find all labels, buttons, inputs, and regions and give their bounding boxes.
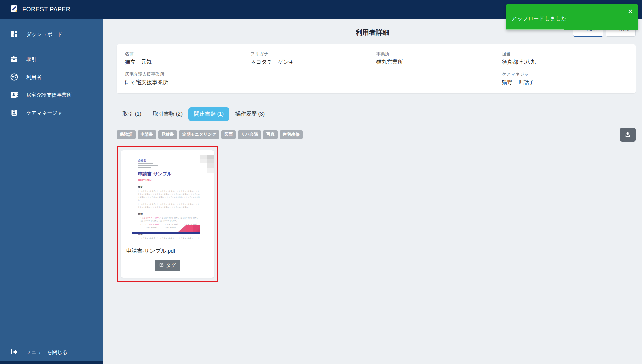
user-details-card: 名前 猫立 元気 フリガナ ネコタチ ゲンキ 事業所 猫丸営業所 担当 須真都 …: [117, 44, 636, 93]
field-value: にゃ宅支援事業所: [125, 79, 251, 86]
tag-badge[interactable]: 住宅改修: [280, 130, 303, 139]
thumbnail-footer-bar: [132, 232, 200, 234]
field-label: フリガナ: [251, 51, 376, 57]
sidebar-item-label: 取引: [26, 56, 36, 63]
field-staff: 担当 須真都 七八九: [502, 51, 628, 66]
thumbnail-doc-date: 20XX年X月X日: [138, 179, 200, 182]
sidebar-divider: [0, 47, 103, 47]
sidebar-item-label: 居宅介護支援事業所: [26, 92, 72, 99]
field-value: ネコタチ ゲンキ: [251, 59, 376, 66]
field-label: 居宅介護支援事業所: [125, 71, 251, 77]
documents-grid: 会社名 申請書-サンプル 20XX年X月X日 概要 ここにテキストを挿入。ここに…: [117, 146, 636, 282]
list-number: 2.: [140, 223, 142, 225]
field-value: 須真都 七八九: [502, 59, 628, 66]
tab-transaction-documents[interactable]: 取引書類 (2): [147, 107, 188, 121]
app-logo: FOREST PAPER: [10, 5, 71, 15]
list-lead-text: ここにテキストを挿入：: [142, 217, 161, 219]
sidebar-bottom-strip: [0, 361, 103, 364]
sidebar-item-label: ケアマネージャ: [26, 110, 62, 116]
tag-badge[interactable]: 保険証: [117, 130, 136, 139]
thumbnail-address-line: [138, 167, 151, 168]
toast-close-icon[interactable]: ✕: [627, 8, 633, 16]
thumbnail-section-heading: 概要: [138, 185, 200, 189]
tag-badge[interactable]: リハ会議: [238, 130, 261, 139]
thumbnail-paragraph: ここにテキストを挿入。ここにテキストを挿入。ここにテキストを挿入。ここにテキスト…: [138, 237, 200, 241]
sidebar-item-label: 利用者: [26, 74, 41, 81]
toast-progress-bar: [506, 29, 564, 30]
upload-success-toast: アップロードしました ✕: [506, 4, 638, 30]
field-value: 猫立 元気: [125, 59, 251, 66]
main-content: 利用者詳細 編集 削除: [103, 19, 642, 364]
thumbnail-section-heading: 目標: [138, 212, 200, 216]
field-kana: フリガナ ネコタチ ゲンキ: [251, 51, 376, 66]
sidebar-item-home-care-office[interactable]: 居宅介護支援事業所: [0, 86, 103, 104]
list-lead-text: ここにテキストを挿入：: [142, 223, 161, 225]
detail-tabs: 取引 (1) 取引書類 (2) 関連書類 (1) 操作履歴 (3): [117, 107, 642, 121]
close-menu-label: メニューを閉じる: [26, 349, 67, 356]
sidebar-item-care-manager[interactable]: ケアマネージャ: [0, 104, 103, 122]
list-number: 1.: [140, 217, 142, 219]
document-card[interactable]: 会社名 申請書-サンプル 20XX年X月X日 概要 ここにテキストを挿入。ここに…: [121, 150, 214, 278]
document-highlight-frame: 会社名 申請書-サンプル 20XX年X月X日 概要 ここにテキストを挿入。ここに…: [117, 146, 218, 282]
field-value: 猫丸営業所: [376, 59, 502, 66]
sidebar-item-users[interactable]: 利用者: [0, 68, 103, 86]
field-office: 事業所 猫丸営業所: [376, 51, 502, 66]
field-value: 猫野 世話子: [502, 79, 628, 86]
field-name: 名前 猫立 元気: [125, 51, 251, 66]
thumbnail-corner-decoration: [193, 155, 214, 175]
tag-badge[interactable]: 見積書: [158, 130, 177, 139]
tag-edit-button[interactable]: タグ: [155, 260, 181, 271]
app-title: FOREST PAPER: [22, 6, 71, 13]
thumbnail-company-label: 会社名: [138, 159, 200, 162]
tab-related-documents[interactable]: 関連書類 (1): [188, 107, 229, 121]
tag-badge[interactable]: 図面: [221, 130, 236, 139]
thumbnail-list-item: 1. ここにテキストを挿入： ここにテキストを挿入。ここにテキストを挿入。ここに…: [138, 216, 200, 222]
care-manager-badge-icon: [10, 109, 18, 118]
sidebar-item-label: ダッシュボード: [26, 31, 62, 38]
dashboard-icon: [10, 30, 18, 39]
tab-transactions[interactable]: 取引 (1): [117, 107, 147, 121]
thumbnail-footer-accent-shapes: [178, 225, 200, 232]
thumbnail-address-line: [138, 163, 153, 164]
close-menu-button[interactable]: メニューを閉じる: [0, 343, 103, 361]
field-label: ケアマネジャー: [502, 71, 628, 77]
tags-row: 保険証 申請書 見積書 定期モニタリング 図面 リハ会議 写真 住宅改修: [117, 130, 636, 142]
pdf-thumbnail[interactable]: 会社名 申請書-サンプル 20XX年X月X日 概要 ここにテキストを挿入。ここに…: [121, 155, 214, 241]
tag-edit-pencil-icon: [159, 262, 164, 269]
briefcase-icon: [10, 55, 18, 64]
sidebar: ダッシュボード 取引 利用者: [0, 19, 103, 364]
upload-icon: [624, 131, 631, 139]
field-label: 担当: [502, 51, 628, 57]
thumbnail-paragraph: ここにテキストを挿入。ここにテキストを挿入。ここにテキストを挿入。ここにテキスト…: [138, 190, 200, 202]
tag-button-label: タグ: [166, 262, 176, 269]
sidebar-spacer: [0, 122, 103, 343]
thumbnail-paragraph: ここにテキストを挿入。ここにテキストを挿入。ここにテキストを挿入。ここにテキスト…: [138, 203, 200, 209]
field-label: 事業所: [376, 51, 502, 57]
field-label: 名前: [125, 51, 251, 57]
user-face-icon: [10, 73, 18, 82]
collapse-left-icon: [10, 348, 18, 357]
toast-message: アップロードしました: [511, 15, 566, 22]
tag-badge[interactable]: 申請書: [138, 130, 157, 139]
thumbnail-address-line: [138, 165, 158, 166]
memo-logo-icon: [10, 5, 18, 15]
field-care-manager: ケアマネジャー 猫野 世話子: [502, 71, 628, 86]
upload-button[interactable]: [620, 128, 636, 142]
sidebar-item-transactions[interactable]: 取引: [0, 51, 103, 68]
thumbnail-doc-title: 申請書-サンプル: [138, 171, 200, 177]
sidebar-item-dashboard[interactable]: ダッシュボード: [0, 26, 103, 44]
tag-badge[interactable]: 写真: [263, 130, 278, 139]
tag-badge[interactable]: 定期モニタリング: [179, 130, 220, 139]
office-contact-icon: [10, 91, 18, 100]
field-support-office: 居宅介護支援事業所 にゃ宅支援事業所: [125, 71, 251, 86]
document-filename: 申請書-サンプル.pdf: [126, 248, 214, 255]
tag-badges: 保険証 申請書 見積書 定期モニタリング 図面 リハ会議 写真 住宅改修: [117, 130, 620, 139]
tab-operation-history[interactable]: 操作履歴 (3): [229, 107, 271, 121]
